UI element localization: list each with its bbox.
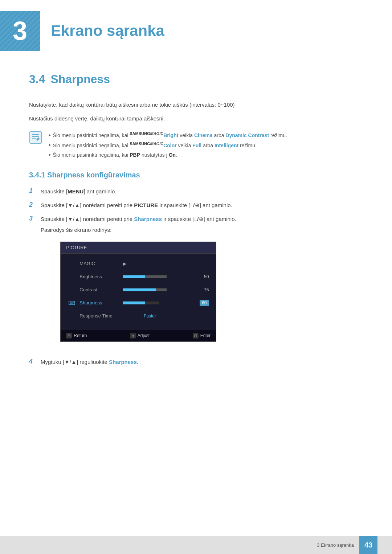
- menu-item-brightness: Brightness 50: [61, 270, 216, 283]
- brightness-bar-container: [123, 275, 196, 278]
- subsection-heading: 3.4.1 Sharpness konfigūravimas: [29, 171, 363, 179]
- note-item-3: Šio meniu pasirinkti negalima, kai PBP n…: [49, 150, 287, 160]
- step-number-1: 1: [29, 187, 36, 195]
- enter-label: Enter: [200, 333, 211, 338]
- step-text-3-container: Spauskite [▼/▲] norėdami pereiti prie Sh…: [41, 215, 236, 353]
- menu-screenshot: PICTURE MAGIC ▶ Brightness: [60, 242, 216, 342]
- menu-title-bar: PICTURE: [61, 242, 216, 254]
- sharpness-bar-fill: [123, 301, 145, 304]
- section-title: Sharpness: [50, 73, 110, 86]
- step-2: 2 Spauskite [▼/▲] norėdami pereiti prie …: [29, 201, 363, 210]
- brightness-value: 50: [200, 274, 209, 279]
- chapter-header: 3 Ekrano sąranka: [0, 0, 392, 58]
- nav-return: ⊞ Return: [66, 333, 87, 338]
- note-item-2: Šio meniu pasirinkti negalima, kai SAMSU…: [49, 140, 287, 150]
- step-number-2: 2: [29, 201, 36, 209]
- section-number: 3.4: [29, 73, 45, 86]
- page-footer: 3 Ekrano sąranka 43: [0, 536, 392, 554]
- svg-rect-4: [69, 301, 75, 305]
- chapter-number-block: 3: [0, 11, 40, 51]
- contrast-value: 75: [200, 287, 209, 292]
- sharpness-bar-bg: [123, 301, 159, 304]
- menu-label-brightness: Brightness: [79, 274, 119, 279]
- step-4: 4 Mygtuku [▼/▲] reguliuokite Sharpness.: [29, 358, 363, 366]
- chapter-number: 3: [13, 18, 27, 44]
- magic-icon-spacer: [68, 260, 76, 268]
- contrast-bar-bg: [123, 288, 167, 291]
- step-text-1: Spauskite [MENU] ant gaminio.: [41, 187, 116, 196]
- note-block: Šio meniu pasirinkti negalima, kai SAMSU…: [29, 130, 363, 160]
- magic-arrow: ▶: [123, 261, 126, 266]
- return-icon: ⊞: [66, 333, 72, 338]
- menu-label-response: Response Time: [79, 313, 119, 319]
- menu-item-contrast: Contrast 75: [61, 283, 216, 296]
- contrast-bar-container: [123, 288, 196, 291]
- brightness-icon-spacer: [68, 273, 76, 281]
- subsection-number: 3.4.1: [29, 171, 45, 179]
- enter-icon: ⊡: [193, 333, 199, 338]
- brightness-bar-bg: [123, 275, 167, 278]
- menu-item-magic: MAGIC ▶: [61, 257, 216, 270]
- steps-list: 1 Spauskite [MENU] ant gaminio. 2 Spausk…: [29, 187, 363, 366]
- nav-enter: ⊡ Enter: [193, 333, 211, 338]
- return-label: Return: [74, 333, 87, 338]
- intro-text-1: Nustatykite, kad daiktų kontūrai būtų ai…: [29, 100, 363, 109]
- main-content: 3.4Sharpness Nustatykite, kad daiktų kon…: [0, 58, 392, 403]
- adjust-label: Adjust: [138, 333, 150, 338]
- step-text-3: Spauskite [▼/▲] norėdami pereiti prie Sh…: [41, 216, 236, 222]
- response-sub-value: : Faster: [123, 312, 163, 320]
- note-icon: [29, 131, 42, 144]
- step-text-2: Spauskite [▼/▲] norėdami pereiti prie PI…: [41, 201, 232, 210]
- contrast-icon-spacer: [68, 286, 76, 294]
- footer-page-number: 43: [359, 536, 377, 554]
- intro-text-2: Nustačius didesnę vertę, daiktų kontūrai…: [29, 114, 363, 123]
- section-heading: 3.4Sharpness: [29, 73, 363, 90]
- step-number-3: 3: [29, 215, 36, 222]
- step-text-4: Mygtuku [▼/▲] reguliuokite Sharpness.: [41, 358, 138, 366]
- nav-adjust: ◇ Adjust: [130, 333, 150, 338]
- step-1: 1 Spauskite [MENU] ant gaminio.: [29, 187, 363, 196]
- menu-title: PICTURE: [66, 245, 87, 250]
- menu-label-contrast: Contrast: [79, 287, 119, 292]
- menu-body: MAGIC ▶ Brightness 5: [61, 254, 216, 326]
- menu-nav-bar: ⊞ Return ◇ Adjust ⊡ Enter: [61, 330, 216, 341]
- sharpness-value: 60: [200, 300, 209, 306]
- menu-label-sharpness: Sharpness: [79, 300, 119, 305]
- step-3: 3 Spauskite [▼/▲] norėdami pereiti prie …: [29, 215, 363, 353]
- sharpness-bar-container: [123, 301, 196, 304]
- subsection-title: Sharpness konfigūravimas: [47, 171, 140, 179]
- footer-chapter-text: 3 Ekrano sąranka: [317, 542, 354, 548]
- note-item-1: Šio meniu pasirinkti negalima, kai SAMSU…: [49, 130, 287, 140]
- brightness-bar-fill: [123, 275, 145, 278]
- sharpness-icon: [68, 299, 76, 307]
- adjust-icon: ◇: [130, 333, 136, 338]
- notes-list: Šio meniu pasirinkti negalima, kai SAMSU…: [49, 130, 287, 160]
- menu-item-sharpness: Sharpness 60: [61, 296, 216, 309]
- contrast-bar-fill: [123, 288, 156, 291]
- step-subtext-3: Pasirodys šis ekrano rodinys:: [41, 226, 236, 234]
- chapter-title: Ekrano sąranka: [51, 22, 164, 40]
- svg-rect-0: [30, 132, 41, 143]
- menu-label-magic: MAGIC: [79, 261, 119, 266]
- step-number-4: 4: [29, 358, 36, 365]
- menu-item-response-time: Response Time : Faster: [61, 309, 216, 323]
- response-icon-spacer: [68, 312, 76, 320]
